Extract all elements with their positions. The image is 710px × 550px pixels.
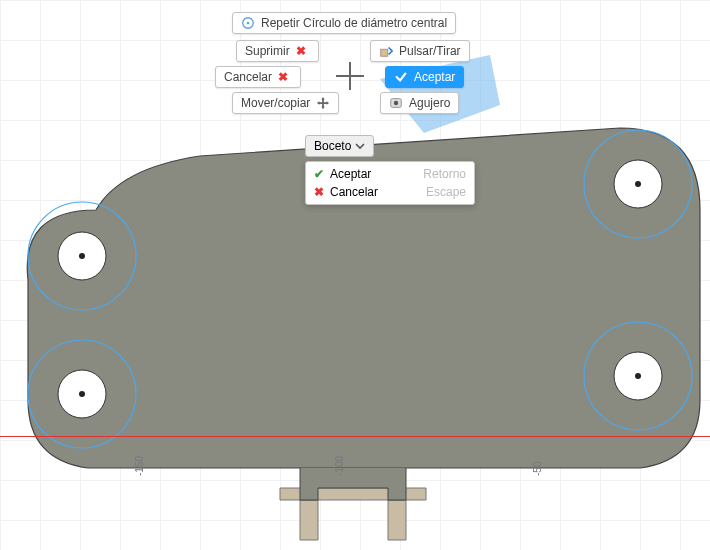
button-label: Suprimir [245,44,290,58]
push-pull-button[interactable]: Pulsar/Tirar [370,40,470,62]
move-icon [316,96,330,110]
push-pull-icon [379,44,393,58]
sketch-dropdown-menu: ✔ Aceptar Retorno ✖ Cancelar Escape [305,161,475,205]
delete-button[interactable]: Suprimir ✖ [236,40,319,62]
svg-point-15 [247,22,250,25]
svg-point-18 [394,101,398,105]
button-label: Agujero [409,96,450,110]
button-label: Cancelar [224,70,272,84]
menu-item-shortcut: Escape [426,185,466,199]
menu-item-accept[interactable]: ✔ Aceptar Retorno [306,165,474,183]
sketch-dropdown: Boceto ✔ Aceptar Retorno ✖ Cancelar Esca… [305,135,475,205]
svg-point-4 [79,391,85,397]
menu-item-label: Cancelar [330,185,378,199]
repeat-circle-button[interactable]: Repetir Círculo de diámetro central [232,12,456,34]
accept-button[interactable]: Aceptar [385,66,464,88]
svg-point-1 [79,253,85,259]
check-icon [394,70,408,84]
svg-point-7 [635,181,641,187]
chevron-down-icon [355,141,365,151]
axis-tick: -50 [532,462,543,476]
x-icon: ✖ [278,70,292,84]
sketch-axis-x [0,436,710,437]
button-label: Mover/copiar [241,96,310,110]
x-icon: ✖ [296,44,310,58]
marking-menu-center [336,62,364,90]
menu-item-label: Aceptar [330,167,371,181]
axis-tick: -100 [334,456,345,476]
dropdown-selected: Boceto [314,139,351,153]
button-label: Repetir Círculo de diámetro central [261,16,447,30]
button-label: Aceptar [414,70,455,84]
svg-point-10 [635,373,641,379]
move-copy-button[interactable]: Mover/copiar [232,92,339,114]
check-icon: ✔ [314,167,324,181]
cancel-button[interactable]: Cancelar ✖ [215,66,301,88]
axis-tick: -150 [134,456,145,476]
hole-button[interactable]: Agujero [380,92,459,114]
hole-icon [389,96,403,110]
svg-rect-16 [381,49,388,56]
menu-item-cancel[interactable]: ✖ Cancelar Escape [306,183,474,201]
menu-item-shortcut: Retorno [423,167,466,181]
sketch-dropdown-toggle[interactable]: Boceto [305,135,374,157]
x-icon: ✖ [314,185,324,199]
button-label: Pulsar/Tirar [399,44,461,58]
circle-icon [241,16,255,30]
